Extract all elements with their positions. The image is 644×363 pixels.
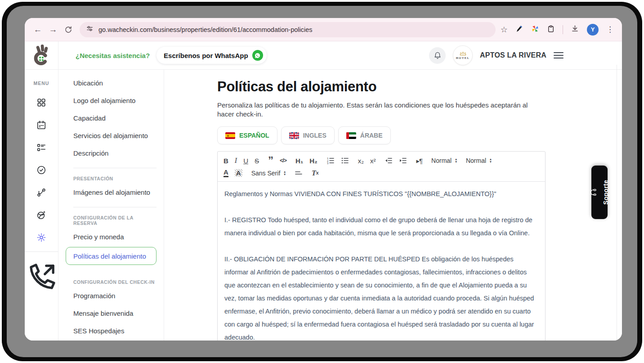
clipboard-extension-icon[interactable] bbox=[547, 25, 555, 35]
property-name: APTOS LA RIVERA bbox=[480, 51, 546, 59]
sidebar-item-imagenes[interactable]: Imágenes del alojamiento bbox=[73, 184, 157, 201]
wacheckin-logo[interactable] bbox=[25, 41, 58, 70]
check-circle-icon[interactable] bbox=[36, 165, 46, 175]
branch-icon[interactable] bbox=[36, 188, 46, 197]
bullet-list-button[interactable] bbox=[341, 157, 349, 165]
heading-picker[interactable]: Normal ▴▾ bbox=[466, 157, 492, 164]
whatsapp-label: Escríbenos por WhatsApp bbox=[164, 52, 248, 59]
eyedropper-extension-icon[interactable] bbox=[515, 25, 523, 35]
screenshot-canvas: ← → go.wacheckin.com/business/properties… bbox=[0, 0, 644, 363]
policy-paragraph: Reglamentos y Normas VIVIENDA CON FINES … bbox=[224, 188, 538, 201]
calendar-icon[interactable] bbox=[36, 120, 46, 130]
superscript-button[interactable]: x² bbox=[370, 157, 376, 164]
back-icon[interactable]: ← bbox=[30, 25, 45, 35]
sidebar-item-servicios[interactable]: Servicios del alojamiento bbox=[73, 127, 157, 144]
kebab-menu-icon[interactable]: ⋮ bbox=[606, 25, 614, 34]
browser-window: ← → go.wacheckin.com/business/properties… bbox=[25, 18, 622, 341]
page-title: Políticas del alojamiento bbox=[217, 79, 622, 95]
tasks-list-icon[interactable] bbox=[36, 143, 46, 152]
policy-editor: B I U S ” </> H₁ H₂ 123 bbox=[217, 151, 546, 341]
site-settings-icon[interactable] bbox=[86, 25, 94, 34]
tab-ingles-label: INGLES bbox=[303, 132, 326, 139]
url-text[interactable]: go.wacheckin.com/business/properties/edi… bbox=[98, 26, 313, 33]
app-header: ¿Necesitas asistencia? Escríbenos por Wh… bbox=[58, 41, 622, 70]
whatsapp-button[interactable]: Escríbenos por WhatsApp bbox=[157, 47, 267, 64]
size-picker-value: Normal bbox=[431, 157, 452, 164]
spain-flag-icon bbox=[225, 132, 235, 139]
bookmark-star-icon[interactable]: ☆ bbox=[501, 25, 508, 35]
icon-rail: MENU bbox=[25, 41, 58, 341]
sidebar-item-ubicacion[interactable]: Ubicación bbox=[73, 74, 157, 92]
reload-icon[interactable] bbox=[61, 26, 76, 34]
tab-arabe-label: ÁRABE bbox=[360, 132, 383, 139]
tab-espanol[interactable]: ESPAÑOL bbox=[217, 126, 277, 144]
support-label: Soporte bbox=[602, 180, 609, 205]
policy-paragraph: II.- OBLIGACIÓN DE INFORMACIÓN POR PARTE… bbox=[224, 253, 538, 341]
blockquote-button[interactable]: ” bbox=[268, 158, 273, 163]
phone-out-icon[interactable] bbox=[25, 260, 58, 295]
support-tab[interactable]: Soporte bbox=[591, 166, 608, 219]
heading-picker-value: Normal bbox=[466, 157, 486, 164]
indent-button[interactable] bbox=[399, 157, 407, 165]
forward-icon[interactable]: → bbox=[45, 25, 61, 35]
chevron-updown-icon: ▴▾ bbox=[284, 170, 286, 176]
underline-button[interactable]: U bbox=[243, 157, 248, 164]
tab-ingles[interactable]: INGLES bbox=[281, 126, 335, 144]
strikethrough-button[interactable]: S bbox=[255, 157, 259, 164]
tab-espanol-label: ESPAÑOL bbox=[239, 132, 269, 139]
uk-flag-icon bbox=[289, 132, 299, 139]
crown-icon bbox=[459, 51, 467, 56]
notifications-button[interactable] bbox=[429, 47, 446, 64]
clear-format-button[interactable]: Tx bbox=[312, 170, 319, 177]
sidebar-item-descripcion[interactable]: Descripción bbox=[73, 144, 157, 162]
font-picker[interactable]: Sans Serif ▴▾ bbox=[251, 170, 286, 177]
text-direction-button[interactable]: ▸¶ bbox=[416, 157, 422, 164]
chevron-updown-icon: ▴▾ bbox=[455, 158, 457, 163]
download-icon[interactable] bbox=[571, 24, 579, 35]
sidebar-section-checkin: CONFIGURACIÓN DEL CHECK-IN bbox=[73, 279, 157, 285]
bold-button[interactable]: B bbox=[224, 157, 228, 164]
outdent-button[interactable] bbox=[385, 157, 393, 165]
sidebar-item-politicas[interactable]: Políticas del alojamiento bbox=[66, 247, 157, 265]
language-tabs: ESPAÑOL INGLES ÁRABE bbox=[217, 126, 622, 144]
sidebar-divider bbox=[73, 168, 157, 168]
sidebar-item-ses[interactable]: SES Hospedajes bbox=[73, 322, 157, 340]
editor-content[interactable]: Reglamentos y Normas VIVIENDA CON FINES … bbox=[218, 182, 545, 341]
assist-text: ¿Necesitas asistencia? bbox=[76, 52, 150, 59]
profile-avatar[interactable]: Y bbox=[587, 24, 599, 36]
tab-arabe[interactable]: ÁRABE bbox=[338, 126, 391, 144]
browser-toolbar: ← → go.wacheckin.com/business/properties… bbox=[25, 18, 622, 41]
bell-icon bbox=[434, 51, 442, 59]
chevron-updown-icon: ▴▾ bbox=[490, 158, 492, 163]
sidebar-item-programacion[interactable]: Programación bbox=[73, 287, 157, 305]
code-block-button[interactable]: </> bbox=[280, 158, 286, 164]
sidebar-item-precio[interactable]: Precio y moneda bbox=[73, 228, 157, 246]
address-bar[interactable]: go.wacheckin.com/business/properties/edi… bbox=[80, 22, 496, 37]
ordered-list-button[interactable]: 123 bbox=[326, 157, 335, 165]
text-color-button[interactable]: A bbox=[224, 169, 228, 177]
scroll-track[interactable] bbox=[617, 65, 617, 341]
clear-format-t: T bbox=[312, 170, 316, 177]
clear-format-x: x bbox=[316, 170, 319, 175]
hamburger-icon[interactable] bbox=[554, 52, 564, 58]
header2-button[interactable]: H₂ bbox=[309, 157, 318, 164]
toolbar-separator bbox=[563, 25, 563, 34]
align-button[interactable] bbox=[295, 169, 303, 177]
sidebar-section-reserva: CONFIGURACIÓN DE LA RESERVA bbox=[73, 215, 157, 226]
background-color-button[interactable]: A bbox=[235, 169, 242, 177]
subscript-button[interactable]: x₂ bbox=[358, 157, 364, 164]
gear-icon[interactable] bbox=[36, 233, 46, 242]
pinwheel-extension-icon[interactable] bbox=[531, 25, 539, 35]
hotel-logo[interactable]: HOTEL bbox=[453, 45, 473, 65]
sidebar-item-mensaje[interactable]: Mensaje bienvenida bbox=[73, 305, 157, 322]
whatsapp-icon bbox=[252, 50, 263, 61]
sidebar-item-capacidad[interactable]: Capacidad bbox=[73, 109, 157, 127]
size-picker[interactable]: Normal ▴▾ bbox=[431, 157, 457, 164]
sidebar-item-logo[interactable]: Logo del alojamiento bbox=[73, 92, 157, 109]
header1-button[interactable]: H₁ bbox=[295, 157, 303, 164]
italic-button[interactable]: I bbox=[235, 157, 237, 164]
main-content: Políticas del alojamiento Personaliza la… bbox=[164, 70, 622, 341]
dashboard-icon[interactable] bbox=[36, 98, 46, 108]
globe-sparkle-icon[interactable] bbox=[36, 210, 46, 220]
editor-toolbar: B I U S ” </> H₁ H₂ 123 bbox=[218, 152, 545, 182]
